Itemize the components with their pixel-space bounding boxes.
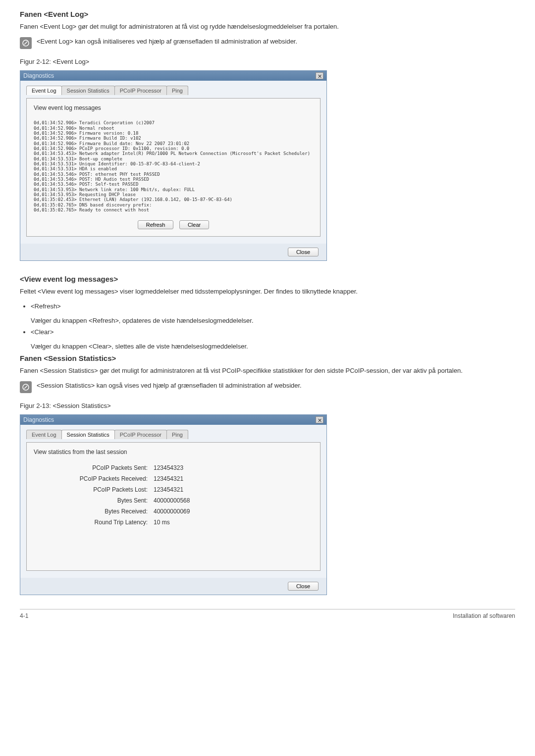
dialog1-tabrow: Event Log Session Statistics PCoIP Proce… bbox=[26, 86, 321, 95]
event-log-text: 0d,01:34:52.906> Teradici Corporation (c… bbox=[34, 120, 313, 212]
stats-grid: PCoIP Packets Sent: 123454323 PCoIP Pack… bbox=[49, 464, 313, 526]
diagnostics-dialog-stats: Diagnostics ✕ Event Log Session Statisti… bbox=[20, 414, 327, 595]
figure-caption-1: Figur 2-12: <Event Log> bbox=[20, 58, 515, 65]
stat-label-3: Bytes Sent: bbox=[49, 497, 148, 504]
clear-button[interactable]: Clear bbox=[179, 220, 209, 229]
tab-session-statistics[interactable]: Session Statistics bbox=[61, 430, 115, 439]
diagnostics-dialog-eventlog: Diagnostics ✕ Event Log Session Statisti… bbox=[20, 70, 327, 261]
close-icon[interactable]: ✕ bbox=[316, 416, 323, 423]
stat-value-0: 123454323 bbox=[154, 464, 313, 471]
tab-event-log[interactable]: Event Log bbox=[26, 430, 62, 439]
section1-title: Fanen <Event Log> bbox=[20, 10, 515, 18]
dialog2-panel-heading: View statistics from the last session bbox=[34, 449, 313, 455]
page-footer: 4-1 Installation af softwaren bbox=[20, 609, 515, 619]
stat-value-5: 10 ms bbox=[154, 519, 313, 526]
footer-title: Installation af softwaren bbox=[453, 612, 515, 619]
stat-label-1: PCoIP Packets Received: bbox=[49, 475, 148, 482]
close-button[interactable]: Close bbox=[288, 582, 319, 591]
dialog2-titlebar: Diagnostics ✕ bbox=[20, 415, 326, 425]
dialog1-panel-heading: View event log messages bbox=[34, 104, 313, 111]
figure-caption-2: Figur 2-13: <Session Statistics> bbox=[20, 402, 515, 409]
bullet-refresh-desc: Vælger du knappen <Refresh>, opdateres d… bbox=[31, 317, 515, 324]
stat-value-1: 123454321 bbox=[154, 475, 313, 482]
bullet-list-2: <Clear> bbox=[31, 328, 515, 336]
note-text-1: <Event Log> kan også initialiseres ved h… bbox=[37, 37, 297, 46]
stat-value-4: 40000000069 bbox=[154, 508, 313, 515]
tab-event-log[interactable]: Event Log bbox=[26, 86, 62, 95]
stat-label-0: PCoIP Packets Sent: bbox=[49, 464, 148, 471]
bullet-refresh: <Refresh> bbox=[31, 302, 515, 310]
svg-line-1 bbox=[24, 42, 27, 45]
note-row-1: <Event Log> kan også initialiseres ved h… bbox=[20, 37, 515, 49]
stat-label-5: Round Trip Latency: bbox=[49, 519, 148, 526]
section3-title: Fanen <Session Statistics> bbox=[20, 354, 515, 362]
close-button[interactable]: Close bbox=[288, 248, 319, 256]
note-row-2: <Session Statistics> kan også vises ved … bbox=[20, 381, 515, 393]
note-icon bbox=[20, 37, 32, 49]
note-icon bbox=[20, 381, 32, 393]
dialog2-title: Diagnostics bbox=[23, 416, 54, 423]
tab-pcoip-processor[interactable]: PCoIP Processor bbox=[114, 86, 167, 95]
dialog2-tabrow: Event Log Session Statistics PCoIP Proce… bbox=[26, 430, 321, 439]
section1-intro: Fanen <Event Log> gør det muligt for adm… bbox=[20, 22, 515, 31]
stat-value-2: 123454321 bbox=[154, 486, 313, 493]
tab-ping[interactable]: Ping bbox=[166, 86, 188, 95]
bullet-clear: <Clear> bbox=[31, 328, 515, 336]
stat-value-3: 40000000568 bbox=[154, 497, 313, 504]
section2-title: <View event log messages> bbox=[20, 275, 515, 283]
section3-intro: Fanen <Session Statistics> gør det mulig… bbox=[20, 366, 515, 375]
stat-label-4: Bytes Received: bbox=[49, 508, 148, 515]
tab-pcoip-processor[interactable]: PCoIP Processor bbox=[114, 430, 167, 439]
close-icon[interactable]: ✕ bbox=[316, 72, 323, 79]
tab-session-statistics[interactable]: Session Statistics bbox=[61, 86, 115, 95]
dialog1-titlebar: Diagnostics ✕ bbox=[20, 71, 326, 81]
svg-line-3 bbox=[24, 386, 27, 389]
dialog1-title: Diagnostics bbox=[23, 72, 54, 79]
tab-ping[interactable]: Ping bbox=[166, 430, 188, 439]
bullet-clear-desc: Vælger du knappen <Clear>, slettes alle … bbox=[31, 343, 515, 350]
section2-intro: Feltet <View event log messages> viser l… bbox=[20, 287, 515, 296]
stat-label-2: PCoIP Packets Lost: bbox=[49, 486, 148, 493]
dialog1-panel: View event log messages 0d,01:34:52.906>… bbox=[26, 98, 321, 237]
page-number: 4-1 bbox=[20, 612, 28, 619]
note-text-2: <Session Statistics> kan også vises ved … bbox=[37, 381, 302, 390]
refresh-button[interactable]: Refresh bbox=[138, 220, 174, 229]
bullet-list: <Refresh> bbox=[31, 302, 515, 310]
dialog2-panel: View statistics from the last session PC… bbox=[26, 442, 321, 571]
